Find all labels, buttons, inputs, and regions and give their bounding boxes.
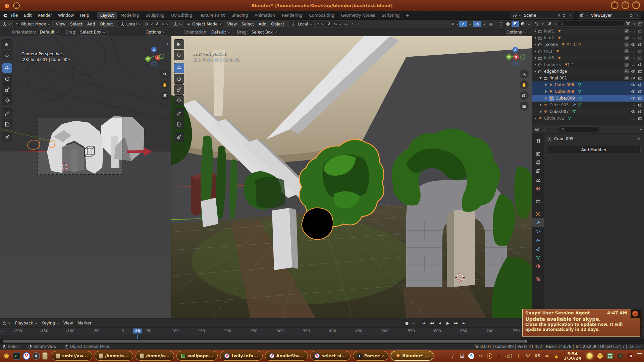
taskbar-window-parsec[interactable]: ◗Parsec◁ (353, 351, 389, 361)
viewport-menu-object[interactable]: Object (97, 22, 115, 26)
render-camera-icon[interactable] (638, 76, 643, 80)
transport-previous-keyframe[interactable]: ◀◀ (428, 320, 436, 326)
tab-physics[interactable] (532, 236, 544, 244)
properties-search-input[interactable] (559, 126, 599, 132)
options-dropdown[interactable]: Options (143, 29, 167, 36)
render-camera-icon[interactable] (638, 29, 643, 34)
eye-closed-icon[interactable] (631, 49, 636, 54)
clock[interactable]: 5:54 3/30/24 (564, 352, 581, 360)
camera-view-icon[interactable] (160, 91, 169, 100)
drag-dropdown[interactable]: Select Box (77, 29, 108, 36)
tray-mic-icon[interactable]: (( (496, 353, 501, 359)
snap-toggle[interactable] (325, 21, 333, 27)
tray-play-icon[interactable]: ▶ (487, 353, 492, 359)
menu-file[interactable]: File (8, 13, 21, 18)
tab-modeling[interactable]: Modeling (117, 12, 143, 19)
auto-keying-record-icon[interactable]: ● (403, 320, 411, 326)
tray-volume-icon[interactable]: ◁)) (505, 353, 513, 359)
outliner-row-Cube.009[interactable]: Cube.009 (532, 95, 644, 102)
timeline-menu-view[interactable]: View (61, 321, 75, 325)
expand-arrow[interactable] (539, 110, 542, 113)
viewport-menu-add[interactable]: Add (85, 22, 97, 26)
tool-measure[interactable] (2, 119, 12, 129)
tool-cursor[interactable] (2, 50, 12, 60)
user-view-canvas[interactable] (171, 36, 532, 318)
zoom-icon[interactable] (160, 69, 169, 78)
filter-funnel-icon[interactable] (626, 21, 630, 26)
eye-open-icon[interactable] (631, 96, 636, 101)
render-camera-icon[interactable] (638, 42, 643, 47)
viewlayer-selector[interactable]: ViewLayer ✕ (578, 12, 641, 19)
render-camera-icon[interactable] (638, 49, 643, 54)
eye-closed-icon[interactable] (631, 36, 636, 40)
sidebar-toggle-arrow[interactable]: ‹ (167, 41, 168, 46)
taskbar-window-analiesta-[interactable]: VAnalieSta... (265, 351, 308, 361)
timeline-menu-marker[interactable]: Marker (75, 321, 94, 325)
pin-icon[interactable] (636, 136, 641, 141)
outliner-row-edgebridge[interactable]: edgebridge (532, 68, 644, 75)
render-camera-icon[interactable] (638, 96, 643, 101)
tab-object[interactable] (532, 209, 544, 218)
tray-scissors-icon[interactable]: ✂ (478, 353, 483, 359)
tray-keyboard-layout-icon[interactable]: US (534, 354, 540, 358)
transport-next-keyframe[interactable]: ▶▶ (452, 320, 460, 326)
menu-window[interactable]: Window (55, 13, 77, 18)
tab-sculpting[interactable]: Sculpting (142, 12, 168, 19)
tool-scale[interactable] (2, 84, 12, 95)
viewport-menu-view[interactable]: View (225, 22, 239, 26)
unlink-scene-icon[interactable]: ✕ (569, 13, 572, 18)
tool-cursor[interactable] (174, 50, 184, 60)
tool-rotate[interactable] (174, 74, 184, 84)
tool-transform[interactable] (174, 95, 184, 105)
tab-geometry-nodes[interactable]: Geometry Nodes (338, 12, 378, 19)
expand-arrow[interactable] (534, 117, 537, 120)
launcher-file-manager-icon[interactable] (42, 352, 48, 360)
outliner-row-Cube.006[interactable]: Cube.006 (532, 81, 644, 88)
tab-output[interactable] (532, 158, 544, 167)
mode-dropdown[interactable]: Object Mode (12, 21, 53, 27)
tool-tweak-select[interactable] (174, 39, 184, 49)
expand-arrow[interactable] (534, 30, 537, 33)
timeline-scroll-thumb[interactable] (3, 340, 527, 343)
close-window-button[interactable]: ✕ (632, 1, 640, 9)
camera-view-canvas[interactable] (0, 36, 171, 318)
checkbox-icon[interactable] (625, 76, 629, 80)
outliner-row-Circle.002[interactable]: Circle.002 (532, 115, 644, 122)
orthographic-grid-icon[interactable]: ▦ (520, 102, 529, 111)
pan-hand-icon[interactable]: ✋ (160, 80, 169, 89)
tool-measure[interactable] (174, 119, 184, 129)
render-camera-icon[interactable] (638, 36, 643, 40)
tray-paint-icon[interactable] (617, 353, 623, 359)
tab-object-data[interactable] (532, 253, 544, 262)
taskbar-window-select-si-[interactable]: Vselect si... (310, 351, 350, 361)
eye-closed-icon[interactable] (631, 56, 636, 60)
eye-closed-icon[interactable] (631, 62, 636, 67)
timeline-expand-arrow[interactable]: › (1, 329, 2, 334)
tab-layout[interactable]: Layout (97, 12, 117, 19)
navigation-gizmo[interactable]: Z Y X (505, 47, 525, 66)
tab-material[interactable] (532, 262, 544, 270)
render-camera-icon[interactable] (638, 109, 643, 114)
eye-closed-icon[interactable] (631, 29, 636, 34)
tab-texture[interactable] (532, 275, 544, 283)
add-workspace-button[interactable]: + (403, 13, 412, 18)
eye-open-icon[interactable] (631, 69, 636, 74)
tray-music-icon[interactable]: ♪ (450, 353, 455, 359)
snap-target-dropdown[interactable] (333, 21, 341, 27)
timeline-menu-keying[interactable]: Keying (39, 321, 61, 325)
timeline-editor-icon[interactable] (2, 321, 7, 325)
tab-shading[interactable]: Shading (228, 12, 251, 19)
shade-window-button[interactable]: ▼ (611, 1, 619, 9)
drag-dropdown[interactable]: Select Box (249, 29, 279, 36)
expand-arrow[interactable] (544, 97, 548, 100)
launcher-media-reel-icon[interactable]: ✸ (33, 352, 40, 360)
tray-bluetooth-icon[interactable]: ᛒ (516, 353, 522, 359)
outliner-row-leaf2[interactable]: leaf2 (532, 35, 644, 41)
tool-scale[interactable] (174, 84, 184, 95)
navigation-gizmo[interactable]: Z Y X (144, 47, 164, 66)
tray-usb-icon[interactable]: Ψ (525, 353, 531, 359)
tray-calculator-icon[interactable] (607, 353, 613, 359)
tool-annotate[interactable] (2, 108, 12, 118)
tool-move[interactable] (2, 63, 12, 73)
tab-view-layer[interactable] (532, 167, 544, 175)
